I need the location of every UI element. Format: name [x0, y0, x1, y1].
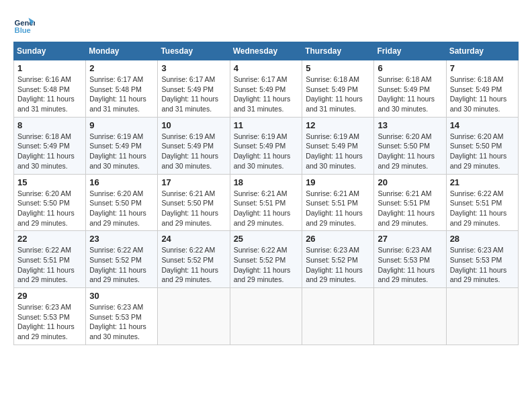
column-header-sunday: Sunday: [14, 42, 86, 60]
day-info: Sunrise: 6:22 AM Sunset: 5:51 PM Dayligh…: [17, 245, 82, 285]
calendar-cell: 19 Sunrise: 6:21 AM Sunset: 5:51 PM Dayl…: [302, 174, 374, 231]
day-info: Sunrise: 6:19 AM Sunset: 5:49 PM Dayligh…: [89, 132, 154, 171]
column-header-monday: Monday: [86, 42, 158, 60]
day-number: 27: [378, 234, 442, 244]
day-info: Sunrise: 6:16 AM Sunset: 5:48 PM Dayligh…: [17, 75, 82, 114]
day-number: 20: [378, 177, 442, 187]
day-number: 4: [234, 63, 299, 73]
logo: General Blue: [13, 13, 35, 35]
calendar-week-row: 15 Sunrise: 6:20 AM Sunset: 5:50 PM Dayl…: [14, 174, 519, 231]
day-number: 9: [89, 120, 154, 130]
calendar-cell: 21 Sunrise: 6:22 AM Sunset: 5:51 PM Dayl…: [446, 174, 518, 231]
day-info: Sunrise: 6:21 AM Sunset: 5:50 PM Dayligh…: [161, 189, 226, 228]
calendar-cell: 26 Sunrise: 6:23 AM Sunset: 5:52 PM Dayl…: [302, 231, 374, 288]
calendar-cell: 11 Sunrise: 6:19 AM Sunset: 5:49 PM Dayl…: [230, 117, 302, 174]
day-info: Sunrise: 6:19 AM Sunset: 5:49 PM Dayligh…: [306, 132, 370, 171]
column-header-thursday: Thursday: [302, 42, 374, 60]
column-header-tuesday: Tuesday: [158, 42, 230, 60]
day-number: 14: [450, 120, 515, 130]
day-number: 2: [89, 63, 154, 73]
day-number: 24: [161, 234, 226, 244]
svg-text:Blue: Blue: [15, 26, 31, 34]
day-info: Sunrise: 6:23 AM Sunset: 5:53 PM Dayligh…: [450, 245, 515, 285]
day-info: Sunrise: 6:17 AM Sunset: 5:49 PM Dayligh…: [234, 75, 299, 114]
day-info: Sunrise: 6:23 AM Sunset: 5:53 PM Dayligh…: [17, 302, 82, 342]
day-info: Sunrise: 6:21 AM Sunset: 5:51 PM Dayligh…: [234, 189, 299, 228]
day-info: Sunrise: 6:18 AM Sunset: 5:49 PM Dayligh…: [306, 75, 370, 114]
day-number: 8: [17, 120, 82, 130]
day-info: Sunrise: 6:22 AM Sunset: 5:52 PM Dayligh…: [234, 245, 299, 285]
day-info: Sunrise: 6:22 AM Sunset: 5:51 PM Dayligh…: [450, 189, 515, 228]
day-number: 6: [378, 63, 442, 73]
calendar-week-row: 22 Sunrise: 6:22 AM Sunset: 5:51 PM Dayl…: [14, 231, 519, 288]
day-number: 7: [450, 63, 515, 73]
calendar-cell: 9 Sunrise: 6:19 AM Sunset: 5:49 PM Dayli…: [86, 117, 158, 174]
column-header-saturday: Saturday: [446, 42, 518, 60]
calendar-week-row: 29 Sunrise: 6:23 AM Sunset: 5:53 PM Dayl…: [14, 288, 519, 345]
calendar-cell: 1 Sunrise: 6:16 AM Sunset: 5:48 PM Dayli…: [14, 60, 86, 118]
day-number: 10: [161, 120, 226, 130]
calendar-table: SundayMondayTuesdayWednesdayThursdayFrid…: [13, 42, 519, 345]
day-info: Sunrise: 6:20 AM Sunset: 5:50 PM Dayligh…: [89, 189, 154, 228]
day-number: 19: [306, 177, 370, 187]
calendar-cell: 10 Sunrise: 6:19 AM Sunset: 5:49 PM Dayl…: [158, 117, 230, 174]
day-number: 25: [234, 234, 299, 244]
calendar-cell: 15 Sunrise: 6:20 AM Sunset: 5:50 PM Dayl…: [14, 174, 86, 231]
day-info: Sunrise: 6:18 AM Sunset: 5:49 PM Dayligh…: [450, 75, 515, 114]
day-info: Sunrise: 6:23 AM Sunset: 5:52 PM Dayligh…: [306, 245, 370, 285]
calendar-cell: 18 Sunrise: 6:21 AM Sunset: 5:51 PM Dayl…: [230, 174, 302, 231]
calendar-cell: 22 Sunrise: 6:22 AM Sunset: 5:51 PM Dayl…: [14, 231, 86, 288]
day-number: 28: [450, 234, 515, 244]
calendar-cell: 5 Sunrise: 6:18 AM Sunset: 5:49 PM Dayli…: [302, 60, 374, 118]
calendar-week-row: 8 Sunrise: 6:18 AM Sunset: 5:49 PM Dayli…: [14, 117, 519, 174]
calendar-cell: 8 Sunrise: 6:18 AM Sunset: 5:49 PM Dayli…: [14, 117, 86, 174]
day-info: Sunrise: 6:20 AM Sunset: 5:50 PM Dayligh…: [378, 132, 442, 171]
calendar-cell: 6 Sunrise: 6:18 AM Sunset: 5:49 PM Dayli…: [374, 60, 446, 118]
calendar-cell: 7 Sunrise: 6:18 AM Sunset: 5:49 PM Dayli…: [446, 60, 518, 118]
calendar-cell: 23 Sunrise: 6:22 AM Sunset: 5:52 PM Dayl…: [86, 231, 158, 288]
day-number: 1: [17, 63, 82, 73]
day-number: 23: [89, 234, 154, 244]
calendar-cell: [302, 288, 374, 345]
column-header-friday: Friday: [374, 42, 446, 60]
calendar-cell: 14 Sunrise: 6:20 AM Sunset: 5:50 PM Dayl…: [446, 117, 518, 174]
calendar-cell: [158, 288, 230, 345]
day-number: 30: [89, 291, 154, 301]
day-info: Sunrise: 6:21 AM Sunset: 5:51 PM Dayligh…: [378, 189, 442, 228]
day-number: 5: [306, 63, 370, 73]
day-info: Sunrise: 6:23 AM Sunset: 5:53 PM Dayligh…: [378, 245, 442, 285]
calendar-cell: 13 Sunrise: 6:20 AM Sunset: 5:50 PM Dayl…: [374, 117, 446, 174]
calendar-cell: 29 Sunrise: 6:23 AM Sunset: 5:53 PM Dayl…: [14, 288, 86, 345]
day-info: Sunrise: 6:20 AM Sunset: 5:50 PM Dayligh…: [17, 189, 82, 228]
calendar-cell: 20 Sunrise: 6:21 AM Sunset: 5:51 PM Dayl…: [374, 174, 446, 231]
calendar-cell: 2 Sunrise: 6:17 AM Sunset: 5:48 PM Dayli…: [86, 60, 158, 118]
day-info: Sunrise: 6:20 AM Sunset: 5:50 PM Dayligh…: [450, 132, 515, 171]
calendar-cell: 17 Sunrise: 6:21 AM Sunset: 5:50 PM Dayl…: [158, 174, 230, 231]
calendar-cell: 28 Sunrise: 6:23 AM Sunset: 5:53 PM Dayl…: [446, 231, 518, 288]
day-number: 16: [89, 177, 154, 187]
day-number: 26: [306, 234, 370, 244]
day-info: Sunrise: 6:22 AM Sunset: 5:52 PM Dayligh…: [161, 245, 226, 285]
day-number: 29: [17, 291, 82, 301]
day-info: Sunrise: 6:19 AM Sunset: 5:49 PM Dayligh…: [161, 132, 226, 171]
calendar-cell: 27 Sunrise: 6:23 AM Sunset: 5:53 PM Dayl…: [374, 231, 446, 288]
calendar-header-row: SundayMondayTuesdayWednesdayThursdayFrid…: [14, 42, 519, 60]
day-number: 12: [306, 120, 370, 130]
calendar-cell: 30 Sunrise: 6:23 AM Sunset: 5:53 PM Dayl…: [86, 288, 158, 345]
calendar-week-row: 1 Sunrise: 6:16 AM Sunset: 5:48 PM Dayli…: [14, 60, 519, 118]
day-number: 13: [378, 120, 442, 130]
day-info: Sunrise: 6:17 AM Sunset: 5:48 PM Dayligh…: [89, 75, 154, 114]
day-number: 18: [234, 177, 299, 187]
day-info: Sunrise: 6:17 AM Sunset: 5:49 PM Dayligh…: [161, 75, 226, 114]
day-info: Sunrise: 6:22 AM Sunset: 5:52 PM Dayligh…: [89, 245, 154, 285]
calendar-cell: 12 Sunrise: 6:19 AM Sunset: 5:49 PM Dayl…: [302, 117, 374, 174]
day-number: 22: [17, 234, 82, 244]
calendar-cell: [374, 288, 446, 345]
column-header-wednesday: Wednesday: [230, 42, 302, 60]
calendar-cell: 24 Sunrise: 6:22 AM Sunset: 5:52 PM Dayl…: [158, 231, 230, 288]
day-info: Sunrise: 6:19 AM Sunset: 5:49 PM Dayligh…: [234, 132, 299, 171]
day-number: 21: [450, 177, 515, 187]
day-info: Sunrise: 6:23 AM Sunset: 5:53 PM Dayligh…: [89, 302, 154, 342]
calendar-cell: 4 Sunrise: 6:17 AM Sunset: 5:49 PM Dayli…: [230, 60, 302, 118]
day-number: 11: [234, 120, 299, 130]
